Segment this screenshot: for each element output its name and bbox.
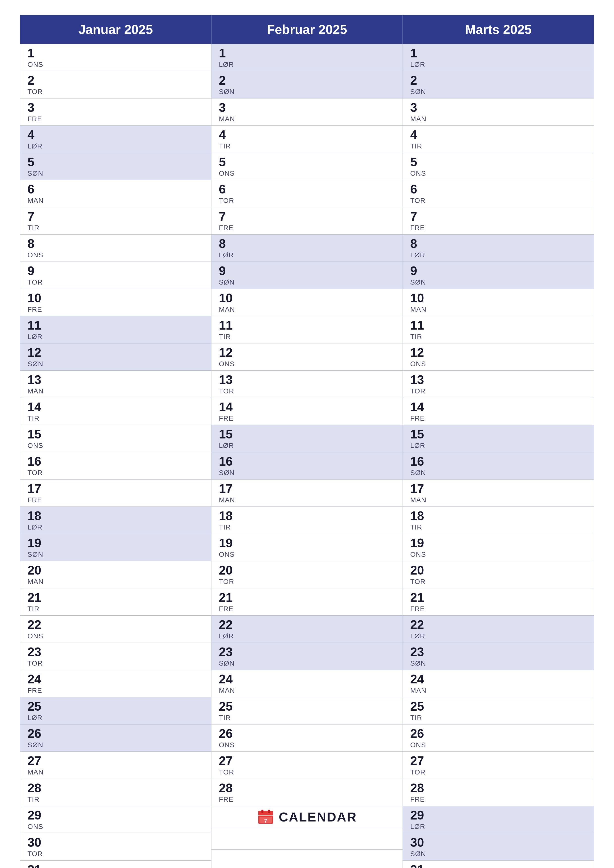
day-name: ONS — [219, 550, 398, 558]
day-row: 1LØR — [211, 44, 403, 71]
day-number: 2 — [28, 74, 206, 87]
day-row: 19ONS — [403, 534, 594, 561]
day-number: 20 — [410, 564, 589, 577]
day-name: TIR — [28, 224, 206, 232]
day-number: 12 — [219, 346, 398, 360]
day-name: FRE — [410, 795, 589, 803]
day-row: 1LØR — [403, 44, 594, 71]
month-header-1: Februar 2025 — [211, 15, 403, 44]
day-number: 22 — [28, 618, 206, 632]
day-name: TOR — [219, 578, 398, 586]
day-row: 14FRE — [403, 398, 594, 425]
day-row: 9SØN — [403, 262, 594, 289]
day-row: 1ONS — [20, 44, 211, 71]
day-row: 3MAN — [211, 98, 403, 126]
day-name: LØR — [219, 60, 398, 68]
day-number: 10 — [219, 291, 398, 305]
day-number: 27 — [28, 754, 206, 768]
svg-rect-6 — [268, 810, 270, 813]
day-name: TOR — [410, 387, 589, 395]
day-row: 12ONS — [211, 343, 403, 370]
day-row: 16SØN — [211, 452, 403, 479]
day-row: 31FRE — [20, 860, 211, 868]
day-row: 20TOR — [403, 561, 594, 588]
day-number: 16 — [219, 455, 398, 468]
day-number: 26 — [410, 727, 589, 741]
day-number: 19 — [219, 536, 398, 550]
svg-rect-2 — [258, 813, 273, 815]
day-row: 28TIR — [20, 779, 211, 806]
day-name: FRE — [410, 224, 589, 232]
day-row: 14FRE — [211, 398, 403, 425]
day-name: MAN — [410, 496, 589, 504]
day-row: 4TIR — [403, 126, 594, 153]
day-name: LØR — [410, 442, 589, 450]
day-row: 10MAN — [403, 289, 594, 316]
day-number: 25 — [410, 700, 589, 713]
day-row: 18TIR — [211, 507, 403, 534]
day-row: 2SØN — [403, 71, 594, 98]
day-row: 3FRE — [20, 98, 211, 126]
day-number: 6 — [28, 183, 206, 196]
day-number: 7 — [219, 210, 398, 223]
calendar-grid: Januar 20251ONS2TOR3FRE4LØR5SØN6MAN7TIR8… — [20, 15, 594, 868]
day-number: 17 — [219, 482, 398, 496]
day-number: 9 — [219, 264, 398, 278]
day-number: 12 — [410, 346, 589, 360]
day-row: 16TOR — [20, 452, 211, 479]
day-name: MAN — [28, 197, 206, 205]
day-name: MAN — [219, 687, 398, 694]
day-name: SØN — [219, 88, 398, 96]
day-number: 10 — [410, 291, 589, 305]
day-name: FRE — [219, 605, 398, 613]
day-number: 16 — [28, 455, 206, 468]
day-number: 12 — [28, 346, 206, 360]
day-number: 6 — [410, 183, 589, 196]
day-name: ONS — [219, 360, 398, 368]
day-name: TIR — [28, 414, 206, 422]
day-number: 9 — [410, 264, 589, 278]
day-name: SØN — [219, 469, 398, 477]
day-name: ONS — [410, 169, 589, 177]
day-number: 15 — [219, 428, 398, 441]
day-number: 2 — [410, 74, 589, 87]
day-name: SØN — [28, 741, 206, 749]
day-number: 1 — [219, 46, 398, 60]
day-row: 30TOR — [20, 833, 211, 860]
day-row: 9TOR — [20, 262, 211, 289]
logo-row: 7 CALENDAR — [211, 806, 403, 828]
day-name: LØR — [219, 251, 398, 259]
day-row: 8ONS — [20, 234, 211, 262]
day-name: LØR — [28, 333, 206, 341]
day-name: ONS — [28, 823, 206, 831]
day-number: 18 — [410, 509, 589, 523]
day-number: 4 — [410, 128, 589, 142]
day-number: 24 — [410, 673, 589, 686]
day-row: 18TIR — [403, 507, 594, 534]
day-row: 23SØN — [211, 643, 403, 670]
day-row: 8LØR — [211, 234, 403, 262]
day-number: 19 — [410, 536, 589, 550]
day-number: 30 — [28, 836, 206, 849]
day-number: 3 — [410, 101, 589, 115]
day-name: TIR — [410, 142, 589, 150]
svg-text:7: 7 — [264, 818, 267, 824]
day-row: 27TOR — [403, 752, 594, 779]
day-number: 19 — [28, 536, 206, 550]
day-name: TIR — [219, 333, 398, 341]
day-row: 21TIR — [20, 588, 211, 615]
day-row: 13TOR — [403, 370, 594, 398]
day-name: SØN — [28, 360, 206, 368]
day-row: 6TOR — [211, 180, 403, 207]
day-row: 24MAN — [403, 670, 594, 697]
day-number: 17 — [28, 482, 206, 496]
day-row: 7FRE — [403, 207, 594, 234]
day-name: LØR — [28, 714, 206, 722]
day-number: 21 — [28, 591, 206, 604]
day-name: ONS — [28, 442, 206, 450]
day-name: TIR — [28, 605, 206, 613]
day-number: 25 — [219, 700, 398, 713]
day-number: 11 — [219, 319, 398, 332]
day-row: 28FRE — [403, 779, 594, 806]
day-number: 24 — [28, 673, 206, 686]
